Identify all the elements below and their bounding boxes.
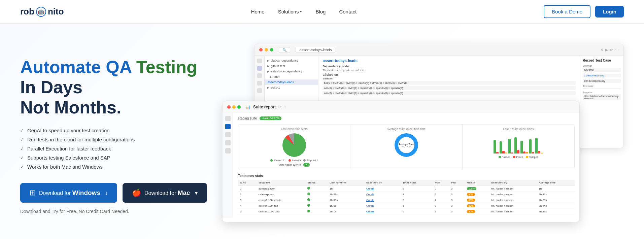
col-runtime: Last runtime (328, 180, 364, 186)
nav-actions: Book a Demo Login (544, 5, 624, 18)
nav-solutions[interactable]: Solutions ▾ (278, 9, 302, 14)
bar-green (500, 141, 502, 153)
feature-list: ✓ GenAI to speed up your test creation ✓… (20, 128, 209, 170)
screenshot-front: 📊 Suite report ⟳ ↑ (222, 101, 580, 222)
check-icon: ✓ (20, 146, 24, 151)
table-row: 1 authentication 1h Curate 6 2 3 100% hf… (238, 186, 575, 192)
assert-tab[interactable]: assert-todays-leads (296, 47, 335, 53)
table-row: 3 carcraft 100 stearic 1h 53s Curate 6 2… (238, 197, 575, 203)
table-row: 2 cafe express 1h 58s Curate 8 2 3 50% h… (238, 192, 575, 197)
window-close-dot (259, 48, 263, 52)
col-testcase: Testcase (257, 180, 305, 186)
bar-red (532, 152, 534, 153)
sidebar-icon (257, 81, 262, 86)
testcases-table: S.No Testcase Status Last runtime Execut… (238, 180, 575, 214)
bar-green (508, 139, 511, 153)
bar-legend: Passed Failed Skipped (466, 156, 571, 159)
download-windows-button[interactable]: ⊞ Download for Windows ↓ (20, 183, 117, 203)
bar-yellow (541, 153, 543, 153)
testcases-section: Testcases stats S.No Testcase Status Las… (238, 174, 575, 214)
table-row: 4 carcraft 100 gas 1h 6s Curate 6 3 3 50… (238, 203, 575, 209)
play-icon: ▶ (605, 48, 608, 52)
tree-item: ▶ clubcar-dependency (265, 58, 318, 63)
tree-item: ▶ salesforce-dependency (265, 69, 318, 74)
suite-header: 📊 Suite report ⟳ ↑ (223, 101, 579, 113)
col-by: Executed by (489, 180, 537, 186)
download-mac-button[interactable]: 🍎 Download for Mac ▾ (123, 183, 207, 203)
selector-code: a#n(0) > div#n(0) > div#n(0) > input#n(0… (323, 86, 576, 90)
hero-subtext: Download and Try for Free. No Credit Car… (20, 209, 209, 214)
sidebar-icon (257, 88, 262, 93)
windows-icon: ⊞ (30, 189, 36, 197)
col-status: Status (305, 180, 328, 186)
feature-item: ✓ Parallel Execution for faster feedback (20, 146, 209, 151)
ss-right-panel: Record Test Case Browser Chrome Continue… (580, 56, 623, 148)
bar-chart (494, 133, 543, 153)
tree-item: ▶ auth (265, 74, 318, 79)
donut-chart: Average Time 4h 12m 3s (395, 133, 418, 157)
testcases-title: Testcases stats (238, 174, 575, 178)
bar-red (502, 151, 505, 153)
refresh-icon: ⟳ (278, 105, 281, 109)
sidebar-nav-icon (225, 140, 231, 145)
share-icon: ↑ (284, 105, 286, 109)
tree-item-active[interactable]: assert-todays-leads (265, 79, 318, 85)
refresh-icon: ⟳ (610, 48, 613, 52)
bar-green (514, 137, 517, 153)
check-icon: ✓ (20, 137, 24, 142)
dependency-field: Can be dependency (583, 79, 621, 83)
bar-red (538, 151, 540, 153)
sidebar-nav-icon (225, 116, 231, 121)
suite-title: Suite report (253, 105, 276, 109)
window-minimize-dot (265, 48, 268, 52)
tab-label: 🔍 (279, 47, 290, 53)
nav-blog[interactable]: Blog (315, 9, 326, 14)
bar-yellow (505, 152, 507, 153)
sidebar-icon (257, 73, 262, 78)
more-icon: ⋯ (615, 48, 619, 52)
screenshot-back-header: 🔍 assert-todays-leads ✕ ▶ ⟳ ⋯ (255, 44, 623, 56)
nav-links: Home Solutions ▾ Blog Contact (251, 9, 357, 14)
feature-item: ✓ GenAI to speed up your test creation (20, 128, 209, 133)
hero-screenshots: 🔍 assert-todays-leads ✕ ▶ ⟳ ⋯ (222, 44, 624, 222)
bar-red (523, 151, 526, 153)
bar-red (496, 152, 499, 153)
health-badge: Health 52.97% (260, 116, 281, 120)
bar-red (511, 152, 513, 153)
apple-icon: 🍎 (132, 189, 141, 197)
col-health: Health (465, 180, 489, 186)
selector-code: body > div#n(0) > div#n(0) > nav#n(0) > … (323, 81, 576, 85)
solutions-chevron-icon: ▾ (300, 9, 302, 14)
sidebar-nav-icon (225, 132, 231, 137)
col-total: Total Runs (401, 180, 433, 186)
check-icon: ✓ (20, 155, 24, 160)
table-row: 5 carcraft 1000 2nd 2h 1s Curate 6 3 3 5… (238, 209, 575, 214)
book-demo-button[interactable]: Book a Demo (544, 5, 590, 18)
last-exec-section: Last execution stats Passed 91 (238, 125, 350, 169)
nav-contact[interactable]: Contact (339, 9, 357, 14)
feature-item: ✓ Works for both Mac and Windows (20, 164, 209, 170)
logo[interactable]: rob 🤖 nito (20, 6, 64, 17)
suite-body: staging suite Health 52.97% Last executi… (223, 113, 579, 218)
selector-code: a#n(0) > div#n(0) > div#n(0) > input#n(0… (323, 91, 576, 95)
suite-sidebar (223, 113, 233, 218)
nav-home[interactable]: Home (251, 9, 265, 14)
hero-section: Automate QA Testing In Days Not Months. … (0, 24, 644, 239)
window-expand-dot (237, 105, 241, 109)
window-minimize-dot (232, 105, 236, 109)
bar-green (520, 141, 523, 153)
check-icon: ✓ (20, 128, 24, 133)
feature-item: ✓ Run tests in the cloud for multiple co… (20, 137, 209, 142)
download-buttons: ⊞ Download for Windows ↓ 🍎 Download for … (20, 183, 209, 203)
continue-recording-link[interactable]: Continue recording (583, 74, 621, 77)
screenshot-container: 🔍 assert-todays-leads ✕ ▶ ⟳ ⋯ (222, 44, 624, 222)
login-button[interactable]: Login (595, 6, 624, 18)
col-fail: Fail (449, 180, 465, 186)
bar-green (494, 140, 496, 153)
navigation: rob 🤖 nito Home Solutions ▾ Blog Contact… (0, 0, 644, 24)
ss-main-title: assert-todays-leads (323, 59, 576, 63)
sidebar-icon (257, 66, 262, 71)
sidebar-nav-icon (225, 148, 231, 153)
table-header-row: S.No Testcase Status Last runtime Execut… (238, 180, 575, 186)
download-arrow-icon: ↓ (105, 190, 108, 196)
